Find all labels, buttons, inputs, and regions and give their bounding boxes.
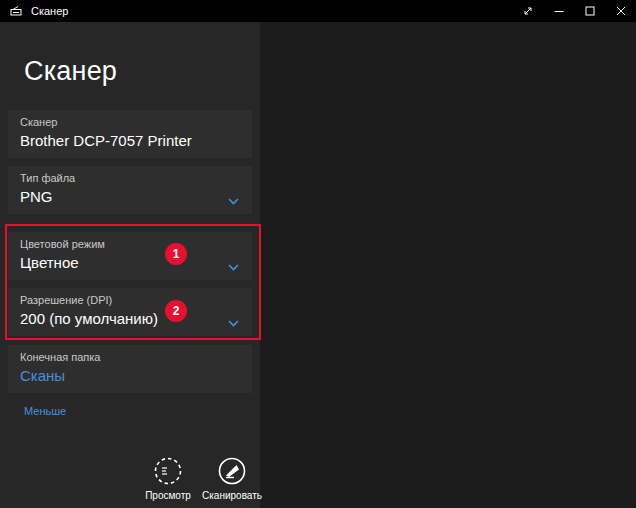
scanner-app-window: Сканер: [0, 0, 636, 508]
file-type-value: PNG: [20, 188, 240, 205]
scanner-device-label: Сканер: [20, 116, 240, 128]
scan-button-label: Сканировать: [196, 490, 268, 501]
preview-button[interactable]: Просмотр: [132, 456, 204, 501]
fullscreen-button[interactable]: [512, 0, 543, 22]
color-mode-value: Цветное: [20, 254, 240, 271]
destination-folder-label: Конечная папка: [20, 351, 240, 363]
destination-folder-link[interactable]: Сканы: [20, 367, 240, 384]
chevron-down-icon: [228, 191, 239, 209]
resolution-label: Разрешение (DPI): [20, 294, 240, 306]
fullscreen-icon: [523, 4, 533, 19]
scanner-device-value: Brother DCP-7057 Printer: [20, 132, 240, 149]
show-less-link[interactable]: Меньше: [24, 405, 66, 417]
resolution-dropdown[interactable]: Разрешение (DPI) 200 (по умолчанию): [8, 288, 252, 336]
maximize-icon: [585, 4, 595, 19]
destination-folder-field: Конечная папка Сканы: [8, 345, 252, 393]
annotation-badge-1: 1: [165, 243, 187, 265]
maximize-button[interactable]: [574, 0, 605, 22]
page-title: Сканер: [24, 56, 117, 87]
scan-button[interactable]: Сканировать: [196, 456, 268, 501]
preview-area: [260, 22, 636, 508]
minimize-button[interactable]: [543, 0, 574, 22]
window-controls: [512, 0, 636, 22]
file-type-dropdown[interactable]: Тип файла PNG: [8, 166, 252, 214]
color-mode-label: Цветовой режим: [20, 238, 240, 250]
resolution-value: 200 (по умолчанию): [20, 310, 240, 327]
close-button[interactable]: [605, 0, 636, 22]
scan-icon: [196, 456, 268, 486]
file-type-label: Тип файла: [20, 172, 240, 184]
preview-icon: [132, 456, 204, 486]
chevron-down-icon: [228, 313, 239, 331]
settings-panel: Сканер Сканер Brother DCP-7057 Printer Т…: [0, 22, 260, 508]
chevron-down-icon: [228, 257, 239, 275]
close-icon: [616, 4, 626, 19]
app-content: Сканер Сканер Brother DCP-7057 Printer Т…: [0, 22, 636, 508]
window-title: Сканер: [31, 5, 68, 17]
minimize-icon: [554, 4, 564, 19]
scanner-app-icon: [10, 5, 22, 17]
preview-button-label: Просмотр: [132, 490, 204, 501]
scanner-device-field[interactable]: Сканер Brother DCP-7057 Printer: [8, 110, 252, 158]
annotation-badge-2: 2: [165, 300, 187, 322]
titlebar: Сканер: [0, 0, 636, 22]
color-mode-dropdown[interactable]: Цветовой режим Цветное: [8, 232, 252, 280]
